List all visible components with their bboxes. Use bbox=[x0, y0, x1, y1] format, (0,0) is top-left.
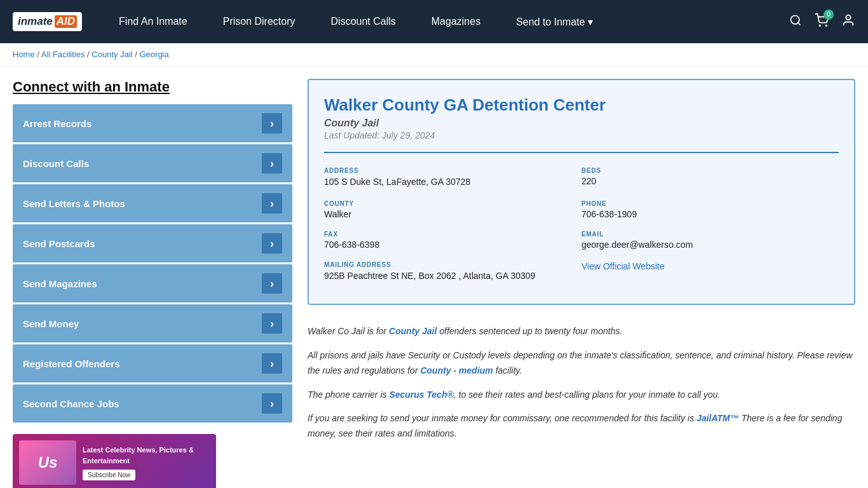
beds-label: BEDS bbox=[581, 167, 831, 174]
address-value: 105 S Duke St, LaFayette, GA 30728 bbox=[324, 176, 574, 189]
svg-point-0 bbox=[791, 15, 799, 24]
email-label: EMAIL bbox=[581, 231, 831, 238]
arrow-icon: › bbox=[262, 233, 282, 254]
breadcrumb-county-jail[interactable]: County Jail bbox=[92, 50, 132, 59]
desc-text-2b: facility. bbox=[493, 365, 522, 376]
sidebar-item-label: Send Letters & Photos bbox=[23, 198, 125, 209]
nav-prison-directory[interactable]: Prison Directory bbox=[205, 0, 313, 43]
detail-website: View Official Website bbox=[581, 256, 839, 289]
sidebar-item-send-magazines[interactable]: Send Magazines › bbox=[13, 264, 292, 302]
arrow-icon: › bbox=[262, 313, 282, 334]
desc-text-1a: Walker Co Jail is for bbox=[308, 326, 389, 336]
ad-text-area: Latest Celebrity News, Pictures & Entert… bbox=[83, 445, 210, 480]
logo[interactable]: inmate AID bbox=[13, 12, 82, 31]
detail-phone: PHONE 706-638-1909 bbox=[581, 195, 839, 226]
securus-tech-link[interactable]: Securus Tech® bbox=[389, 390, 454, 400]
navbar: inmate AID Find An Inmate Prison Directo… bbox=[0, 0, 868, 43]
ad-text: Latest Celebrity News, Pictures & Entert… bbox=[83, 445, 210, 466]
description-area: Walker Co Jail is for County Jail offend… bbox=[308, 318, 855, 457]
county-label: COUNTY bbox=[324, 200, 574, 207]
phone-label: PHONE bbox=[581, 200, 831, 207]
ad-banner: Us Latest Celebrity News, Pictures & Ent… bbox=[13, 434, 216, 488]
detail-county: COUNTY Walker bbox=[324, 195, 581, 226]
breadcrumb-home[interactable]: Home bbox=[13, 50, 35, 59]
arrow-icon: › bbox=[262, 273, 282, 294]
desc-text-3b: , to see their rates and best-calling pl… bbox=[454, 390, 720, 400]
navbar-icons: 0 bbox=[789, 13, 855, 30]
sidebar-item-arrest-records[interactable]: Arrest Records › bbox=[13, 104, 292, 142]
detail-fax: FAX 706-638-6398 bbox=[324, 226, 581, 256]
desc-para-4: If you are seeking to send your inmate m… bbox=[308, 411, 855, 442]
ad-image: Us bbox=[19, 440, 76, 485]
mailing-label: MAILING ADDRESS bbox=[324, 261, 574, 268]
nav-magazines[interactable]: Magazines bbox=[414, 0, 498, 43]
sidebar-item-label: Discount Calls bbox=[23, 158, 89, 169]
fax-value: 706-638-6398 bbox=[324, 240, 574, 250]
breadcrumb-state[interactable]: Georgia bbox=[139, 50, 168, 59]
arrow-icon: › bbox=[262, 193, 282, 214]
cart-badge: 0 bbox=[824, 10, 834, 20]
sidebar-item-send-letters[interactable]: Send Letters & Photos › bbox=[13, 184, 292, 222]
desc-para-1: Walker Co Jail is for County Jail offend… bbox=[308, 324, 855, 339]
nav-send-to-inmate[interactable]: Send to Inmate ▾ bbox=[498, 0, 611, 43]
detail-mailing: MAILING ADDRESS 925B Peachtree St NE, Bo… bbox=[324, 256, 581, 289]
sidebar-item-label: Send Magazines bbox=[23, 278, 97, 289]
facility-details: ADDRESS 105 S Duke St, LaFayette, GA 307… bbox=[324, 152, 839, 288]
breadcrumb-all-facilities[interactable]: All Facilities bbox=[41, 50, 85, 59]
arrow-icon: › bbox=[262, 153, 282, 173]
desc-para-2: All prisons and jails have Security or C… bbox=[308, 348, 855, 379]
view-official-website-link[interactable]: View Official Website bbox=[581, 261, 665, 271]
phone-value: 706-638-1909 bbox=[581, 209, 831, 219]
arrow-icon: › bbox=[262, 353, 282, 374]
detail-email: EMAIL george.deer@walkerso.com bbox=[581, 226, 839, 256]
facility-name: Walker County GA Detention Center bbox=[324, 95, 839, 115]
sidebar-item-label: Send Money bbox=[23, 318, 79, 329]
arrow-icon: › bbox=[262, 393, 282, 414]
beds-value: 220 bbox=[581, 176, 831, 186]
sidebar-item-label: Arrest Records bbox=[23, 118, 92, 129]
nav-find-inmate[interactable]: Find An Inmate bbox=[101, 0, 205, 43]
address-label: ADDRESS bbox=[324, 167, 574, 174]
user-button[interactable] bbox=[841, 13, 855, 30]
sidebar-item-send-postcards[interactable]: Send Postcards › bbox=[13, 224, 292, 262]
sidebar-item-second-chance-jobs[interactable]: Second Chance Jobs › bbox=[13, 384, 292, 423]
sidebar-item-label: Second Chance Jobs bbox=[23, 398, 119, 409]
facility-type: County Jail bbox=[324, 118, 839, 129]
sidebar: Connect with an Inmate Arrest Records › … bbox=[13, 79, 292, 488]
ad-subscribe-button[interactable]: Subscribe Now bbox=[83, 470, 135, 480]
desc-text-3a: The phone carrier is bbox=[308, 390, 389, 400]
breadcrumb-bar: Home / All Facilities / County Jail / Ge… bbox=[0, 43, 868, 66]
mailing-value: 925B Peachtree St NE, Box 2062 , Atlanta… bbox=[324, 270, 574, 283]
county-value: Walker bbox=[324, 209, 574, 219]
sidebar-item-send-money[interactable]: Send Money › bbox=[13, 304, 292, 342]
sidebar-item-label: Send Postcards bbox=[23, 238, 95, 249]
email-value: george.deer@walkerso.com bbox=[581, 240, 831, 250]
county-medium-link[interactable]: County - medium bbox=[420, 365, 492, 376]
sidebar-item-registered-offenders[interactable]: Registered Offenders › bbox=[13, 344, 292, 383]
jailatm-link[interactable]: JailATM™ bbox=[696, 413, 739, 423]
nav-discount-calls[interactable]: Discount Calls bbox=[313, 0, 414, 43]
svg-point-2 bbox=[819, 25, 820, 26]
detail-address: ADDRESS 105 S Duke St, LaFayette, GA 307… bbox=[324, 162, 581, 195]
arrow-icon: › bbox=[262, 113, 282, 133]
svg-point-4 bbox=[846, 15, 850, 19]
sidebar-menu: Arrest Records › Discount Calls › Send L… bbox=[13, 104, 292, 423]
sidebar-item-discount-calls[interactable]: Discount Calls › bbox=[13, 144, 292, 182]
main-layout: Connect with an Inmate Arrest Records › … bbox=[0, 66, 868, 488]
county-jail-link-1[interactable]: County Jail bbox=[389, 326, 437, 336]
detail-beds: BEDS 220 bbox=[581, 162, 839, 195]
content-area: Walker County GA Detention Center County… bbox=[308, 79, 855, 488]
logo-inmate-text: inmate bbox=[18, 15, 53, 28]
navbar-links: Find An Inmate Prison Directory Discount… bbox=[101, 0, 789, 43]
svg-line-1 bbox=[798, 22, 801, 25]
search-button[interactable] bbox=[789, 14, 802, 30]
logo-atm-text: AID bbox=[55, 15, 77, 28]
user-icon bbox=[841, 13, 855, 27]
facility-card: Walker County GA Detention Center County… bbox=[308, 79, 855, 305]
desc-text-2a: All prisons and jails have Security or C… bbox=[308, 350, 853, 376]
facility-updated: Last Updated: July 29, 2024 bbox=[324, 130, 839, 140]
desc-text-1b: offenders sentenced up to twenty four mo… bbox=[437, 326, 623, 336]
svg-point-3 bbox=[825, 25, 827, 26]
sidebar-title: Connect with an Inmate bbox=[13, 79, 292, 95]
cart-button[interactable]: 0 bbox=[815, 13, 829, 30]
